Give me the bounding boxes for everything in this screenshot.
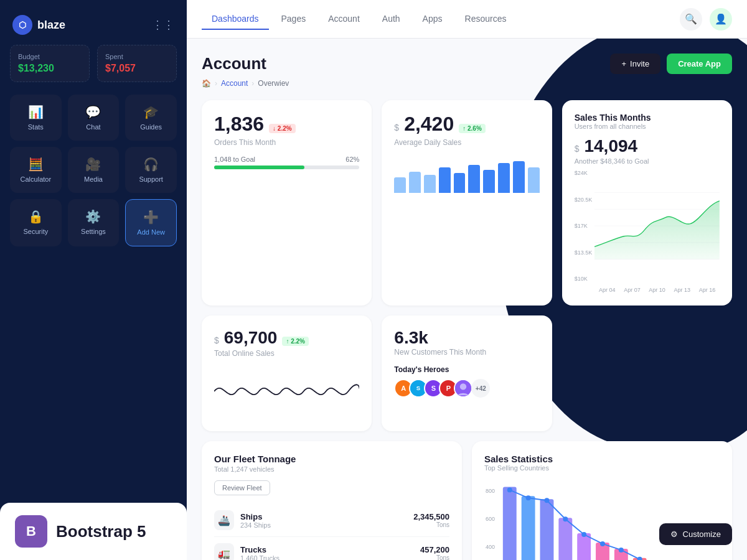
fleet-card: Our Fleet Tonnage Total 1,247 vehicles R… <box>202 441 462 560</box>
progress-bar-bg <box>214 166 359 169</box>
sales-month-prefix: $ <box>575 144 580 154</box>
trucks-unit: Tons <box>420 554 449 560</box>
menu-icon[interactable]: ⋮⋮ <box>152 18 174 32</box>
budget-cards: Budget $13,230 Spent $7,057 <box>10 45 177 82</box>
fleet-title: Our Fleet Tonnage <box>214 454 449 464</box>
svg-rect-15 <box>540 499 554 560</box>
online-sales-value: 69,700 <box>224 328 278 348</box>
content-area: Account + Invite Create App 🏠 › Account … <box>187 39 747 560</box>
ships-value: 2,345,500 <box>413 512 449 521</box>
trucks-count: 1,460 Trucks <box>240 554 280 561</box>
sidebar-item-media[interactable]: 🎥 Media <box>68 147 120 193</box>
topnav-auth[interactable]: Auth <box>372 9 410 30</box>
svg-rect-13 <box>503 487 517 560</box>
customize-icon: ⚙ <box>670 530 678 539</box>
topnav-right: 🔍 👤 <box>680 8 732 30</box>
svg-point-24 <box>544 498 549 503</box>
orders-value: 1,836 <box>214 113 264 136</box>
invite-icon: + <box>621 59 626 68</box>
budget-value: $13,230 <box>18 63 82 74</box>
topnav: Dashboards Pages Account Auth Apps Resou… <box>187 0 747 39</box>
topnav-resources[interactable]: Resources <box>455 9 517 30</box>
bar-4 <box>439 167 451 193</box>
invite-button[interactable]: + Invite <box>610 54 660 74</box>
svg-point-29 <box>637 557 642 560</box>
budget-label: Budget <box>18 53 82 60</box>
svg-rect-16 <box>558 518 572 560</box>
hero-5 <box>454 379 472 398</box>
sales-month-card: Sales This Months Users from all channel… <box>562 100 732 306</box>
customers-label: New Customers This Month <box>394 348 539 357</box>
header-actions: + Invite Create App <box>610 54 732 74</box>
online-sales-badge: ↑ 2.2% <box>282 337 309 346</box>
fleet-row-trucks: 🚛 Trucks 1,460 Trucks 457,200 Tons <box>214 537 449 560</box>
bar-7 <box>483 170 495 193</box>
review-fleet-button[interactable]: Review Fleet <box>214 480 270 495</box>
chat-icon: 💬 <box>85 105 101 119</box>
search-button[interactable]: 🔍 <box>680 8 702 30</box>
svg-point-26 <box>581 532 586 537</box>
sidebar-item-stats[interactable]: 📊 Stats <box>10 95 62 141</box>
sidebar-item-chat[interactable]: 💬 Chat <box>68 95 120 141</box>
sidebar-item-support[interactable]: 🎧 Support <box>125 147 177 193</box>
sidebar-item-add-new[interactable]: ➕ Add New <box>125 199 177 246</box>
svg-point-27 <box>600 541 605 546</box>
svg-point-23 <box>526 495 531 500</box>
add-new-icon: ➕ <box>143 210 159 225</box>
guides-label: Guides <box>140 123 162 131</box>
svg-point-8 <box>460 383 466 390</box>
ships-icon: 🚢 <box>214 510 234 530</box>
sales-month-title: Sales This Months <box>575 113 720 123</box>
online-sales-card: $ 69,700 ↑ 2.2% Total Online Sales <box>202 315 372 431</box>
content-inner: Account + Invite Create App 🏠 › Account … <box>202 54 732 560</box>
orders-progress: 1,048 to Goal 62% <box>214 156 359 169</box>
sidebar: ⬡ blaze ⋮⋮ Budget $13,230 Spent $7,057 📊… <box>0 0 187 560</box>
sidebar-item-settings[interactable]: ⚙️ Settings <box>68 199 120 246</box>
customers-value: 6.3k <box>394 328 539 348</box>
topnav-account[interactable]: Account <box>318 9 370 30</box>
chart-x-labels: Apr 04 Apr 07 Apr 10 Apr 13 Apr 16 <box>594 287 720 293</box>
sales-stats-title: Sales Statistics <box>484 454 720 464</box>
chat-label: Chat <box>86 123 100 131</box>
media-label: Media <box>84 175 103 183</box>
sidebar-item-calculator[interactable]: 🧮 Calculator <box>10 147 62 193</box>
bar-6 <box>468 165 480 193</box>
svg-point-28 <box>619 548 624 553</box>
topnav-pages[interactable]: Pages <box>271 9 316 30</box>
sidebar-header: ⬡ blaze ⋮⋮ <box>10 10 177 45</box>
spent-card: Spent $7,057 <box>97 45 177 82</box>
support-label: Support <box>139 175 163 183</box>
breadcrumb-account[interactable]: Account <box>221 79 248 88</box>
budget-card: Budget $13,230 <box>10 45 90 82</box>
customize-button[interactable]: ⚙ Customize <box>659 523 732 545</box>
create-app-button[interactable]: Create App <box>667 54 732 74</box>
svg-text:600: 600 <box>486 516 495 522</box>
security-icon: 🔒 <box>28 209 44 224</box>
bar-2 <box>409 172 421 193</box>
sidebar-item-security[interactable]: 🔒 Security <box>10 199 62 246</box>
notification-button[interactable]: 👤 <box>710 8 732 30</box>
main-content: Dashboards Pages Account Auth Apps Resou… <box>187 0 747 560</box>
settings-icon: ⚙️ <box>85 209 101 224</box>
topnav-apps[interactable]: Apps <box>413 9 453 30</box>
sales-month-sub: Users from all channels <box>575 123 720 130</box>
svg-text:S: S <box>416 385 420 391</box>
sales-stats-sub: Top Selling Countries <box>484 464 720 472</box>
sales-chart-area: Apr 04 Apr 07 Apr 10 Apr 13 Apr 16 <box>594 170 720 293</box>
avg-sales-value: 2,420 <box>404 113 454 136</box>
nav-grid: 📊 Stats 💬 Chat 🎓 Guides 🧮 Calculator 🎥 M… <box>10 95 177 246</box>
sales-month-value: 14,094 <box>584 136 637 156</box>
svg-text:400: 400 <box>486 544 495 550</box>
spent-value: $7,057 <box>105 63 169 74</box>
avg-sales-card: $ 2,420 ↑ 2.6% Average Daily Sales <box>382 100 552 306</box>
stats-row: 1,836 ↓ 2.2% Orders This Month 1,048 to … <box>202 100 732 306</box>
sales-line-chart <box>594 170 720 282</box>
trucks-name: Trucks <box>240 545 280 554</box>
orders-label: Orders This Month <box>214 138 359 147</box>
topnav-dashboards[interactable]: Dashboards <box>202 9 269 30</box>
guides-icon: 🎓 <box>143 105 159 119</box>
sidebar-item-guides[interactable]: 🎓 Guides <box>125 95 177 141</box>
support-icon: 🎧 <box>143 157 159 172</box>
bar-8 <box>498 163 510 193</box>
breadcrumb-home-icon: 🏠 <box>202 79 211 88</box>
